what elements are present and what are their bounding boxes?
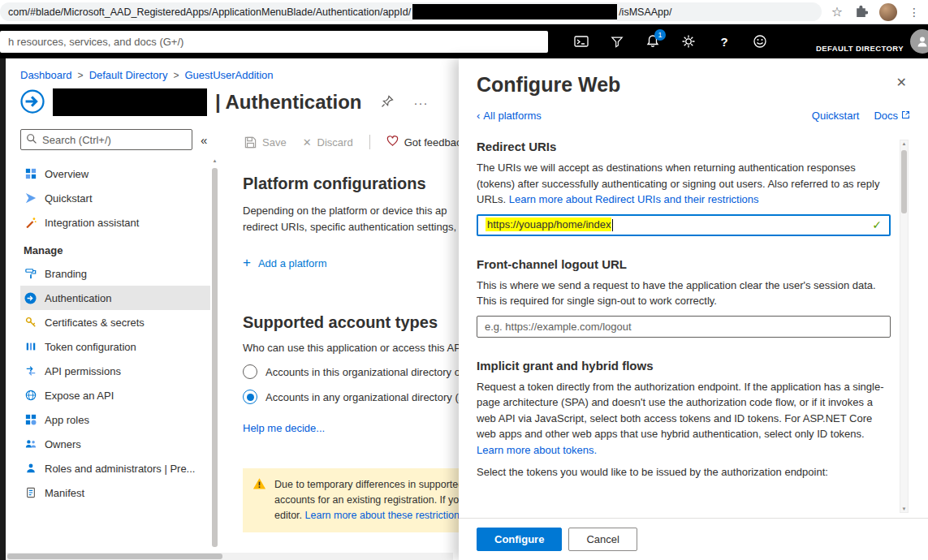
sidebar-item-label: Overview	[45, 168, 88, 180]
sidebar-item-owners[interactable]: Owners	[20, 432, 210, 456]
horizontal-scrollbar[interactable]	[6, 553, 453, 560]
sidebar-item-authentication[interactable]: Authentication	[20, 286, 210, 310]
front-channel-logout-description: This is where we send a request to have …	[477, 278, 891, 309]
warning-learn-more-link[interactable]: Learn more about these restrictions.	[305, 510, 468, 521]
scroll-down-icon[interactable]: ▼	[900, 506, 908, 511]
implicit-desc-text: Request a token directly from the author…	[477, 381, 884, 441]
panel-header: Configure Web ✕ ‹ All platforms Quicksta…	[459, 58, 928, 122]
sidebar-item-integration-assistant[interactable]: Integration assistant	[20, 210, 210, 235]
roles-admin-person-icon	[24, 462, 37, 475]
text-cursor	[612, 219, 613, 231]
redirect-uris-description: The URIs we will accept as destinations …	[477, 160, 891, 208]
search-icon	[26, 133, 37, 147]
redirect-uri-value: https://youapp/home/index	[486, 218, 611, 231]
got-feedback-button[interactable]: Got feedback	[386, 135, 467, 149]
collapse-menu-icon[interactable]: «	[201, 133, 207, 147]
sidebar: Search (Ctrl+/) « Overview Quickstart	[6, 123, 223, 560]
sidebar-item-branding[interactable]: Branding	[20, 261, 210, 286]
quickstart-link[interactable]: Quickstart	[812, 110, 860, 122]
browser-toolbar: com/#blade/Microsoft_AAD_RegisteredApps/…	[0, 0, 928, 24]
scroll-up-icon[interactable]: ▲	[900, 141, 908, 146]
breadcrumb-guest-user-addition[interactable]: GuestUserAddition	[184, 69, 273, 81]
browser-actions: ☆ ⋮	[831, 3, 920, 21]
owners-people-icon	[24, 437, 37, 450]
radio-selected-icon[interactable]	[243, 390, 257, 404]
sidebar-item-token-configuration[interactable]: Token configuration	[20, 334, 210, 359]
radio-option-label: Accounts in any organizational directory…	[265, 391, 465, 403]
notification-badge: 1	[654, 29, 666, 41]
sidebar-search-placeholder: Search (Ctrl+/)	[42, 134, 111, 146]
sidebar-scrollbar[interactable]: ▲ ▼	[211, 158, 218, 557]
branding-icon	[24, 267, 37, 280]
directory-label: DEFAULT DIRECTORY	[816, 44, 904, 53]
more-options-icon[interactable]: ···	[413, 96, 428, 110]
browser-menu-icon[interactable]: ⋮	[909, 6, 920, 19]
directory-filter-icon[interactable]	[610, 34, 624, 49]
sidebar-item-quickstart[interactable]: Quickstart	[20, 186, 210, 210]
all-platforms-back-link[interactable]: ‹ All platforms	[477, 110, 542, 122]
sidebar-item-overview[interactable]: Overview	[20, 162, 210, 186]
sidebar-item-certificates-secrets[interactable]: Certificates & secrets	[20, 310, 210, 334]
cancel-button[interactable]: Cancel	[568, 528, 637, 551]
sidebar-item-label: Expose an API	[45, 390, 114, 402]
sidebar-item-label: Roles and administrators | Pre...	[45, 463, 195, 475]
global-search-input[interactable]: h resources, services, and docs (G+/)	[0, 31, 548, 53]
sidebar-item-app-roles[interactable]: App roles	[20, 407, 210, 432]
account-avatar[interactable]	[910, 29, 928, 54]
help-question-icon[interactable]: ?	[717, 34, 732, 49]
api-permissions-icon	[24, 364, 37, 377]
sidebar-item-api-permissions[interactable]: API permissions	[20, 359, 210, 383]
discard-button[interactable]: ✕ Discard	[303, 136, 353, 149]
portal-content: Dashboard > Default Directory > GuestUse…	[0, 58, 928, 560]
horizontal-scrollbar-thumb[interactable]	[7, 554, 222, 559]
breadcrumb-separator: >	[78, 70, 84, 81]
browser-address-bar[interactable]: com/#blade/Microsoft_AAD_RegisteredApps/…	[0, 2, 822, 21]
heart-icon	[386, 135, 399, 149]
url-text-suffix: /isMSAApp/	[619, 6, 671, 18]
redirect-uri-input[interactable]: https://youapp/home/index ✓	[477, 214, 891, 236]
sidebar-item-label: Manifest	[45, 487, 84, 499]
toolbar-divider	[369, 135, 370, 149]
cloud-shell-icon[interactable]	[574, 34, 589, 49]
tokens-learn-more-link[interactable]: Learn more about tokens.	[477, 444, 597, 456]
sidebar-item-roles-and-administrators[interactable]: Roles and administrators | Pre...	[20, 456, 210, 480]
sidebar-scrollbar-thumb[interactable]	[212, 168, 218, 547]
pin-icon[interactable]	[381, 95, 394, 110]
chevron-left-icon: ‹	[477, 110, 480, 122]
panel-scrollbar[interactable]: ▲ ▼	[900, 140, 909, 513]
sidebar-item-expose-an-api[interactable]: Expose an API	[20, 383, 210, 407]
notifications-bell-icon[interactable]: 1	[645, 34, 660, 49]
logout-url-input[interactable]: e.g. https://example.com/logout	[477, 316, 891, 338]
authentication-icon	[24, 291, 37, 304]
integration-assistant-icon	[24, 216, 37, 229]
overview-icon	[24, 167, 37, 180]
warning-line: editor.	[274, 510, 302, 521]
browser-profile-avatar[interactable]	[879, 3, 897, 21]
scroll-up-icon[interactable]: ▲	[211, 158, 218, 163]
account-info[interactable]: DEFAULT DIRECTORY	[767, 31, 904, 53]
close-icon[interactable]: ✕	[893, 73, 910, 92]
extensions-puzzle-icon[interactable]	[854, 4, 868, 20]
feedback-smiley-icon[interactable]	[753, 34, 767, 49]
configure-button[interactable]: Configure	[477, 528, 562, 551]
sidebar-item-label: Branding	[45, 268, 87, 280]
left-edge-strip	[0, 58, 6, 560]
save-button[interactable]: Save	[244, 136, 287, 149]
radio-unselected-icon[interactable]	[243, 364, 257, 379]
logout-url-placeholder: e.g. https://example.com/logout	[485, 321, 632, 333]
panel-scrollbar-thumb[interactable]	[901, 150, 907, 213]
feedback-button-label: Got feedback	[404, 136, 467, 149]
breadcrumb-default-directory[interactable]: Default Directory	[89, 69, 168, 81]
sidebar-item-label: App roles	[45, 414, 89, 426]
settings-gear-icon[interactable]	[681, 34, 696, 49]
sidebar-item-manifest[interactable]: Manifest	[20, 480, 210, 505]
bookmark-star-icon[interactable]: ☆	[831, 6, 843, 19]
redirect-uris-heading: Redirect URIs	[477, 140, 891, 153]
docs-link[interactable]: Docs	[874, 110, 910, 122]
redirect-learn-more-link[interactable]: Learn more about Redirect URIs and their…	[509, 193, 759, 205]
help-me-decide-link[interactable]: Help me decide...	[243, 422, 325, 434]
breadcrumb-dashboard[interactable]: Dashboard	[20, 69, 72, 81]
manifest-document-icon	[24, 486, 37, 499]
app-roles-icon	[24, 413, 37, 426]
sidebar-search-input[interactable]: Search (Ctrl+/)	[20, 129, 192, 150]
